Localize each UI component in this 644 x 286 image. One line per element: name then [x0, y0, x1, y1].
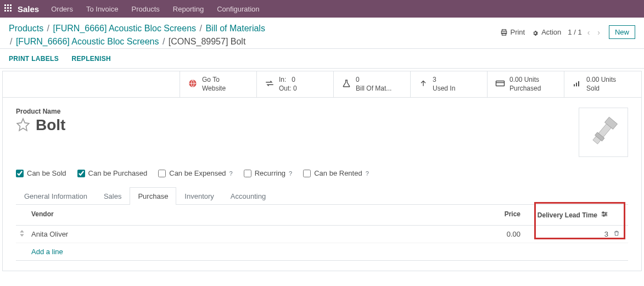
control-panel: PRINT LABELS REPLENISH — [0, 49, 644, 69]
tab-sales[interactable]: Sales — [96, 187, 130, 205]
header-price[interactable]: Price — [455, 210, 520, 220]
crumb-current: [CONS_89957] Bolt — [169, 37, 246, 46]
cell-price[interactable]: 0.00 — [455, 230, 520, 238]
crumb-bom[interactable]: Bill of Materials — [205, 24, 265, 33]
check-can-be-expensed[interactable]: Can be Expensed? — [158, 169, 232, 177]
vendor-grid-header: Vendor Price Delivery Lead Time — [16, 205, 628, 226]
up-arrow-icon — [418, 79, 428, 89]
svg-point-20 — [603, 212, 604, 213]
globe-icon — [188, 79, 198, 89]
stat-used-in[interactable]: 3Used In — [411, 71, 488, 97]
nav-to-invoice[interactable]: To Invoice — [86, 5, 119, 13]
favorite-star-icon[interactable] — [16, 117, 30, 133]
stat-buttons: Go ToWebsite In: 0Out: 0 0Bill Of Mat...… — [2, 71, 642, 98]
stat-website[interactable]: Go ToWebsite — [180, 71, 257, 97]
svg-rect-16 — [578, 81, 579, 86]
cell-lead-time[interactable]: 3 — [604, 230, 608, 238]
vendor-row[interactable]: Anita Oliver 0.00 3 — [16, 226, 628, 243]
svg-rect-0 — [4, 4, 6, 6]
product-name[interactable]: Bolt — [36, 116, 65, 134]
header-vendor[interactable]: Vendor — [31, 210, 455, 220]
pager-prev[interactable]: ‹ — [585, 27, 592, 38]
add-line-button[interactable]: Add a line — [16, 243, 628, 261]
check-can-be-sold[interactable]: Can be Sold — [16, 169, 66, 177]
nav-products[interactable]: Products — [131, 5, 159, 13]
svg-rect-2 — [10, 4, 12, 6]
header-delivery-lead-time[interactable]: Delivery Lead Time — [537, 211, 597, 219]
check-recurring[interactable]: Recurring? — [244, 169, 292, 177]
svg-point-21 — [605, 214, 606, 215]
crumb-furn2[interactable]: [FURN_6666] Acoustic Bloc Screens — [16, 37, 159, 46]
pager-text[interactable]: 1 / 1 — [568, 28, 581, 36]
tab-purchase[interactable]: Purchase — [130, 187, 176, 205]
tab-accounting[interactable]: Accounting — [222, 187, 274, 205]
flask-icon — [341, 79, 351, 89]
crumb-furn1[interactable]: [FURN_6666] Acoustic Bloc Screens — [53, 24, 197, 33]
action-label: Action — [541, 28, 561, 36]
drag-handle-icon[interactable] — [19, 230, 31, 238]
top-navbar: Sales Orders To Invoice Products Reporti… — [0, 0, 644, 18]
header-row: Products / [FURN_6666] Acoustic Bloc Scr… — [0, 18, 644, 49]
product-name-label: Product Name — [16, 108, 579, 115]
delete-row-icon[interactable] — [608, 230, 625, 238]
svg-rect-1 — [7, 4, 9, 6]
tab-inventory[interactable]: Inventory — [176, 187, 222, 205]
pager: 1 / 1 ‹ › — [568, 27, 602, 38]
transfer-icon — [265, 78, 275, 90]
apps-icon[interactable] — [4, 4, 12, 14]
svg-rect-13 — [496, 81, 505, 86]
svg-point-22 — [603, 215, 604, 216]
nav-orders[interactable]: Orders — [51, 5, 73, 13]
print-action[interactable]: Print — [500, 28, 525, 36]
check-can-be-purchased[interactable]: Can be Purchased — [77, 169, 148, 177]
svg-rect-7 — [7, 10, 9, 12]
breadcrumb: Products / [FURN_6666] Acoustic Bloc Scr… — [9, 22, 500, 48]
adjust-columns-icon[interactable] — [601, 210, 608, 220]
stat-bom[interactable]: 0Bill Of Mat... — [334, 71, 411, 97]
check-can-be-rented[interactable]: Can be Rented? — [303, 169, 369, 177]
action-menu[interactable]: Action — [531, 28, 561, 36]
stat-sold[interactable]: 0.00 UnitsSold — [564, 71, 641, 97]
pager-next[interactable]: › — [595, 27, 602, 38]
tabs: General Information Sales Purchase Inven… — [16, 187, 628, 205]
credit-card-icon — [495, 78, 505, 90]
svg-rect-8 — [10, 10, 12, 12]
product-image[interactable] — [579, 108, 628, 157]
tab-general[interactable]: General Information — [16, 187, 96, 205]
svg-rect-6 — [4, 10, 6, 12]
nav-configuration[interactable]: Configuration — [217, 5, 259, 13]
print-labels-button[interactable]: PRINT LABELS — [9, 55, 59, 63]
new-button[interactable]: New — [609, 25, 635, 39]
bar-chart-icon — [572, 79, 582, 89]
print-label: Print — [510, 28, 525, 36]
brand[interactable]: Sales — [18, 4, 39, 14]
stat-inout[interactable]: In: 0Out: 0 — [257, 71, 334, 97]
stat-purchased[interactable]: 0.00 UnitsPurchased — [488, 71, 564, 97]
svg-rect-15 — [576, 83, 577, 87]
svg-rect-4 — [7, 7, 9, 9]
cell-vendor[interactable]: Anita Oliver — [31, 230, 455, 238]
crumb-products[interactable]: Products — [9, 24, 43, 33]
form-body: Product Name Bolt Can be Sold Can be Pur… — [2, 98, 642, 271]
svg-rect-5 — [10, 7, 12, 9]
svg-rect-14 — [574, 84, 575, 86]
replenish-button[interactable]: REPLENISH — [72, 55, 111, 63]
nav-reporting[interactable]: Reporting — [173, 5, 204, 13]
svg-rect-3 — [4, 7, 6, 9]
